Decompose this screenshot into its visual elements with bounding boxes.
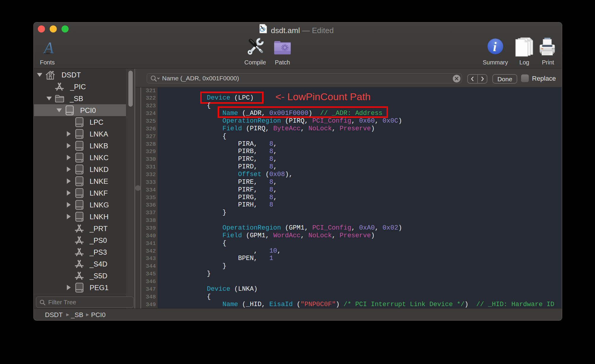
svg-text:A: A — [43, 39, 54, 55]
svg-text:i: i — [493, 40, 497, 54]
